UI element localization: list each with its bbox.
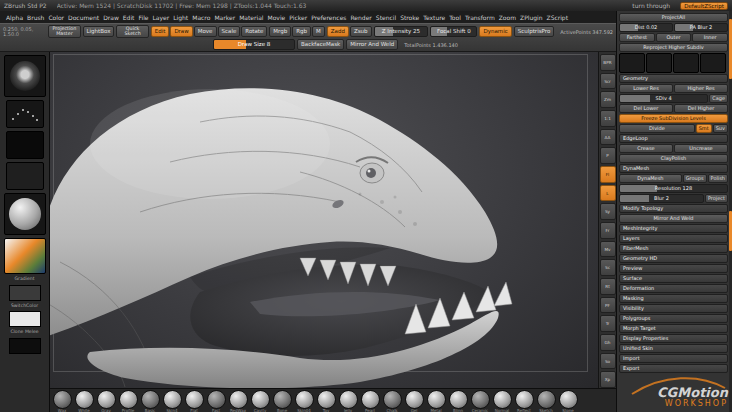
- farthest-toggle[interactable]: Farthest: [619, 33, 655, 42]
- xpose-icon[interactable]: Xp: [600, 371, 616, 388]
- uncrease-button[interactable]: Uncrease: [674, 144, 728, 153]
- outer-toggle[interactable]: Outer: [656, 33, 692, 42]
- quick-sketch-button[interactable]: Quick Sketch: [116, 25, 148, 38]
- bpr-icon[interactable]: BPR: [600, 54, 616, 71]
- white-swatch[interactable]: [9, 311, 41, 327]
- material-item[interactable]: Flat: [184, 390, 204, 411]
- rotate-3d-icon[interactable]: Rt: [600, 278, 616, 295]
- claypolish-button[interactable]: ClayPolish: [619, 154, 728, 163]
- pa-blur-slider[interactable]: PA Blur 2: [674, 23, 728, 32]
- groups-toggle[interactable]: Groups: [683, 174, 707, 183]
- projection-master-button[interactable]: Projection Master: [48, 25, 80, 38]
- menu-item[interactable]: Render: [348, 13, 373, 22]
- current-brush-thumbnail[interactable]: [4, 55, 46, 97]
- higher-res-button[interactable]: Higher Res: [674, 84, 728, 93]
- del-lower-button[interactable]: Del Lower: [619, 104, 673, 113]
- mrgb-button[interactable]: Mrgb: [269, 26, 291, 36]
- aa-half-icon[interactable]: AA: [600, 129, 616, 146]
- move-button[interactable]: Move: [194, 26, 217, 36]
- zoom-icon[interactable]: Zm: [600, 91, 616, 108]
- material-item[interactable]: White: [74, 390, 94, 411]
- menu-item[interactable]: File: [136, 13, 150, 22]
- material-item[interactable]: Skin04: [294, 390, 314, 411]
- resolution-slider[interactable]: Resolution 128: [619, 184, 728, 193]
- material-item[interactable]: Bone: [272, 390, 292, 411]
- del-higher-button[interactable]: Del Higher: [674, 104, 728, 113]
- material-item[interactable]: Gray: [96, 390, 116, 411]
- surface-header[interactable]: Surface: [619, 274, 728, 283]
- menu-item[interactable]: Edit: [121, 13, 137, 22]
- scale-button[interactable]: Scale: [218, 26, 241, 36]
- unified-skin-header[interactable]: Unified Skin: [619, 344, 728, 353]
- menu-item[interactable]: Preferences: [309, 13, 348, 22]
- local-symmetry-icon[interactable]: L: [600, 185, 616, 202]
- material-item[interactable]: RedWax: [228, 390, 248, 411]
- black-swatch[interactable]: [9, 338, 41, 354]
- material-item[interactable]: Basic: [140, 390, 160, 411]
- perspective-icon[interactable]: P: [600, 147, 616, 164]
- material-item[interactable]: Wax: [52, 390, 72, 411]
- material-item[interactable]: Sketch: [536, 390, 556, 411]
- polish-toggle[interactable]: Polish: [708, 174, 728, 183]
- color-picker[interactable]: [4, 238, 46, 274]
- import-header[interactable]: Import: [619, 354, 728, 363]
- display-properties-header[interactable]: Display Properties: [619, 334, 728, 343]
- transparency-icon[interactable]: Tr: [600, 315, 616, 332]
- rgb-button[interactable]: Rgb: [292, 26, 311, 36]
- material-item[interactable]: Cavity: [250, 390, 270, 411]
- focal-shift-slider[interactable]: Focal Shift 0: [430, 26, 477, 37]
- projectall-button[interactable]: ProjectAll: [619, 13, 728, 22]
- material-item[interactable]: Normal: [492, 390, 512, 411]
- deformation-header[interactable]: Deformation: [619, 284, 728, 293]
- subtool-thumb[interactable]: [619, 53, 645, 73]
- lightbox-button[interactable]: LightBox: [83, 26, 115, 36]
- mirror-and-weld-shelf-button[interactable]: Mirror And Weld: [346, 39, 398, 49]
- geometry-header[interactable]: Geometry: [619, 74, 728, 83]
- suv-toggle[interactable]: Suv: [713, 124, 728, 133]
- material-item[interactable]: Reflect: [514, 390, 534, 411]
- menu-item[interactable]: Stroke: [398, 13, 421, 22]
- menu-item[interactable]: Tool: [447, 13, 463, 22]
- material-item[interactable]: Profile: [118, 390, 138, 411]
- sculptris-pro-button[interactable]: SculptrisPro: [514, 26, 555, 36]
- alpha-thumbnail[interactable]: [6, 131, 44, 159]
- gradient-label[interactable]: Gradient: [15, 277, 35, 282]
- stroke-thumbnail[interactable]: [6, 100, 44, 128]
- subtool-thumb[interactable]: [673, 53, 699, 73]
- modify-topology-header[interactable]: Modify Topology: [619, 204, 728, 213]
- secondary-color-swatch[interactable]: [9, 285, 41, 301]
- rotate-button[interactable]: Rotate: [241, 26, 267, 36]
- material-item[interactable]: Ceramic: [470, 390, 490, 411]
- move-3d-icon[interactable]: Mv: [600, 241, 616, 258]
- material-item[interactable]: Gel: [404, 390, 424, 411]
- masking-header[interactable]: Masking: [619, 294, 728, 303]
- menu-item[interactable]: Alpha: [4, 13, 25, 22]
- switch-color-label[interactable]: SwitchColor: [11, 304, 38, 309]
- menu-item[interactable]: Document: [66, 13, 101, 22]
- mirror-and-weld-button[interactable]: Mirror And Weld: [619, 214, 728, 223]
- menu-item[interactable]: Brush: [25, 13, 46, 22]
- subtool-thumb[interactable]: [646, 53, 672, 73]
- menu-item[interactable]: Layer: [151, 13, 172, 22]
- menu-item[interactable]: Zoom: [497, 13, 518, 22]
- subtool-thumb[interactable]: [700, 53, 726, 73]
- freeze-subdiv-button[interactable]: Freeze SubDivision Levels: [619, 114, 728, 123]
- menu-item[interactable]: Macro: [190, 13, 212, 22]
- smt-toggle[interactable]: Smt: [696, 124, 712, 133]
- material-item[interactable]: Pearl: [360, 390, 380, 411]
- material-item[interactable]: Jelly: [338, 390, 358, 411]
- polygroups-header[interactable]: Polygroups: [619, 314, 728, 323]
- edgeloop-header[interactable]: EdgeLoop: [619, 134, 728, 143]
- cage-button[interactable]: Cage: [709, 94, 728, 103]
- material-thumbnail[interactable]: [4, 193, 46, 235]
- menu-item[interactable]: Texture: [421, 13, 447, 22]
- zsub-button[interactable]: Zsub: [350, 26, 372, 36]
- solo-icon[interactable]: So: [600, 353, 616, 370]
- menu-item[interactable]: Picker: [287, 13, 309, 22]
- menu-item[interactable]: Movie: [266, 13, 288, 22]
- dynamic-button[interactable]: Dynamic: [479, 26, 511, 36]
- preview-header[interactable]: Preview: [619, 264, 728, 273]
- project-toggle[interactable]: Project: [705, 194, 728, 203]
- fibermesh-header[interactable]: FiberMesh: [619, 244, 728, 253]
- clone-label[interactable]: Clone Melee: [10, 330, 38, 335]
